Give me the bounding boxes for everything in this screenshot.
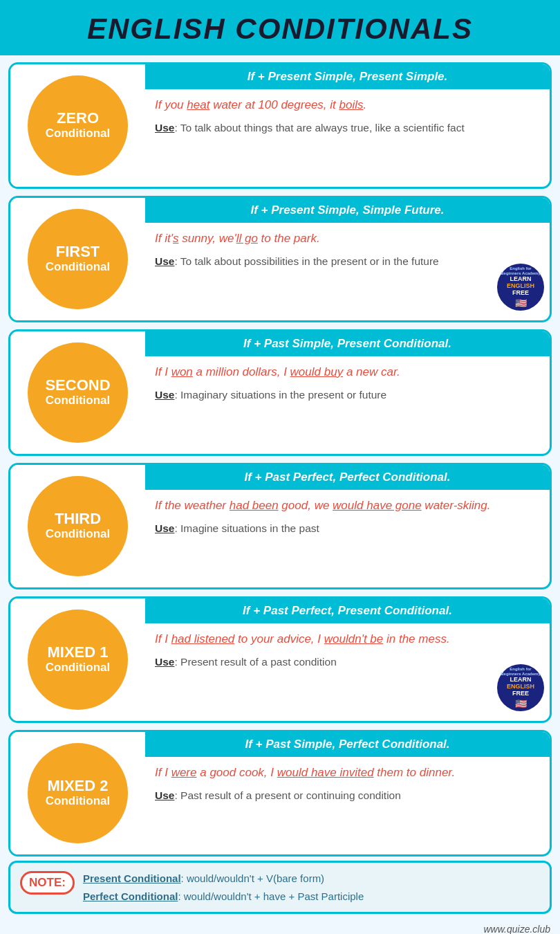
badge-oval-mixed2: MIXED 2Conditional — [28, 743, 128, 843]
use-text-mixed2: Use: Past result of a present or continu… — [155, 787, 540, 803]
badge-col-mixed1: MIXED 1Conditional — [10, 598, 145, 721]
badge-oval-mixed1: MIXED 1Conditional — [28, 610, 128, 710]
use-text-third: Use: Imagine situations in the past — [155, 520, 540, 536]
lb-top-text: English for Beginners Academy — [500, 266, 541, 276]
website-footer: www.quize.club — [0, 921, 560, 934]
lb-free-text: FREE — [512, 690, 529, 697]
conditional-card-second: SECONDConditionalIf + Past Simple, Prese… — [8, 329, 552, 456]
badge-col-zero: ZEROConditional — [10, 64, 145, 187]
use-label-second: Use — [155, 389, 174, 401]
example-area-mixed1: If I had listened to your advice, I woul… — [145, 623, 550, 721]
conditional-card-third: THIRDConditionalIf + Past Perfect, Perfe… — [8, 463, 552, 589]
use-text-zero: Use: To talk about things that are alway… — [155, 120, 540, 136]
use-detail-mixed1: : Present result of a past condition — [174, 656, 336, 668]
learn-badge-mixed1: English for Beginners Academy LEARN ENGL… — [497, 664, 544, 711]
badge-bottom-second: Conditional — [46, 394, 110, 408]
use-detail-zero: : To talk about things that are always t… — [174, 122, 464, 134]
lb-top-text: English for Beginners Academy — [500, 667, 541, 677]
content-col-first: If + Present Simple, Simple Future.If it… — [145, 198, 550, 320]
page-title: ENGLISH CONDITIONALS — [0, 0, 560, 55]
formula-bar-second: If + Past Simple, Present Conditional. — [145, 331, 550, 356]
use-text-mixed1: Use: Present result of a past condition — [155, 654, 540, 670]
use-label-zero: Use — [155, 122, 174, 134]
example-sentence-first: If it's sunny, we'll go to the park. — [155, 230, 540, 248]
badge-oval-first: FIRSTConditional — [28, 209, 128, 309]
lb-free-text: FREE — [512, 290, 529, 297]
use-detail-second: : Imaginary situations in the present or… — [174, 389, 386, 401]
lb-flag-icon: 🇺🇸 — [515, 298, 527, 308]
content-col-second: If + Past Simple, Present Conditional.If… — [145, 331, 550, 454]
badge-col-third: THIRDConditional — [10, 465, 145, 587]
content-col-third: If + Past Perfect, Perfect Conditional.I… — [145, 465, 550, 587]
example-area-mixed2: If I were a good cook, I would have invi… — [145, 757, 550, 854]
badge-top-zero: ZERO — [57, 110, 99, 127]
badge-top-mixed2: MIXED 2 — [47, 778, 108, 794]
conditional-card-mixed1: MIXED 1ConditionalIf + Past Perfect, Pre… — [8, 596, 552, 723]
badge-col-second: SECONDConditional — [10, 331, 145, 454]
conditional-card-first: FIRSTConditionalIf + Present Simple, Sim… — [8, 196, 552, 322]
example-sentence-second: If I won a million dollars, I would buy … — [155, 363, 540, 381]
badge-oval-second: SECONDConditional — [28, 342, 128, 443]
badge-top-first: FIRST — [56, 244, 100, 260]
formula-bar-first: If + Present Simple, Simple Future. — [145, 198, 550, 223]
formula-bar-zero: If + Present Simple, Present Simple. — [145, 64, 550, 89]
badge-bottom-zero: Conditional — [46, 127, 110, 140]
badge-bottom-first: Conditional — [46, 260, 110, 274]
example-area-second: If I won a million dollars, I would buy … — [145, 356, 550, 454]
example-sentence-mixed2: If I were a good cook, I would have invi… — [155, 764, 540, 782]
formula-bar-mixed1: If + Past Perfect, Present Conditional. — [145, 598, 550, 623]
example-sentence-third: If the weather had been good, we would h… — [155, 497, 540, 515]
conditional-card-mixed2: MIXED 2ConditionalIf + Past Simple, Perf… — [8, 730, 552, 857]
use-label-first: Use — [155, 255, 174, 267]
badge-col-mixed2: MIXED 2Conditional — [10, 732, 145, 854]
badge-bottom-mixed2: Conditional — [46, 794, 110, 808]
use-label-third: Use — [155, 522, 174, 534]
badge-bottom-mixed1: Conditional — [46, 661, 110, 675]
note-content: Present Conditional: would/wouldn't + V(… — [83, 870, 364, 905]
example-area-first: If it's sunny, we'll go to the park.Use:… — [145, 223, 550, 320]
use-detail-third: : Imagine situations in the past — [174, 522, 319, 534]
note-label: NOTE: — [20, 871, 75, 895]
example-area-third: If the weather had been good, we would h… — [145, 490, 550, 587]
use-detail-first: : To talk about possibilities in the pre… — [174, 255, 438, 267]
content-col-mixed1: If + Past Perfect, Present Conditional.I… — [145, 598, 550, 721]
conditional-card-zero: ZEROConditionalIf + Present Simple, Pres… — [8, 62, 552, 189]
badge-oval-third: THIRDConditional — [28, 476, 128, 576]
badge-oval-zero: ZEROConditional — [28, 75, 128, 176]
use-text-first: Use: To talk about possibilities in the … — [155, 253, 540, 269]
use-text-second: Use: Imaginary situations in the present… — [155, 387, 540, 403]
use-detail-mixed2: : Past result of a present or continuing… — [174, 789, 400, 801]
learn-badge-first: English for Beginners Academy LEARN ENGL… — [497, 264, 544, 311]
formula-bar-third: If + Past Perfect, Perfect Conditional. — [145, 465, 550, 490]
badge-top-mixed1: MIXED 1 — [47, 644, 108, 661]
badge-top-third: THIRD — [55, 511, 101, 527]
conditionals-container: ZEROConditionalIf + Present Simple, Pres… — [0, 55, 560, 861]
example-sentence-mixed1: If I had listened to your advice, I woul… — [155, 630, 540, 648]
example-sentence-zero: If you heat water at 100 degrees, it boi… — [155, 96, 540, 114]
content-col-mixed2: If + Past Simple, Perfect Conditional.If… — [145, 732, 550, 854]
badge-bottom-third: Conditional — [46, 527, 110, 541]
lb-flag-icon: 🇺🇸 — [515, 699, 527, 708]
formula-bar-mixed2: If + Past Simple, Perfect Conditional. — [145, 732, 550, 757]
example-area-zero: If you heat water at 100 degrees, it boi… — [145, 89, 550, 187]
badge-top-second: SECOND — [45, 377, 110, 394]
use-label-mixed1: Use — [155, 656, 174, 668]
badge-col-first: FIRSTConditional — [10, 198, 145, 320]
content-col-zero: If + Present Simple, Present Simple.If y… — [145, 64, 550, 187]
use-label-mixed2: Use — [155, 789, 174, 801]
note-section: NOTE: Present Conditional: would/wouldn'… — [8, 861, 552, 914]
